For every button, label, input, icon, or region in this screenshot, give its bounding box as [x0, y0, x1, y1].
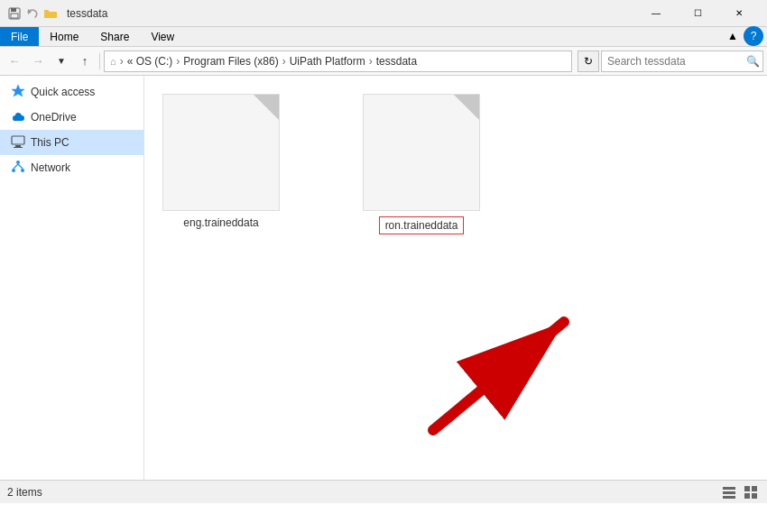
maximize-button[interactable]: ☐ [677, 0, 718, 27]
svg-line-12 [18, 164, 23, 169]
title-bar-controls: — ☐ ✕ [635, 0, 760, 27]
ribbon-expand-icon[interactable]: ▲ [725, 29, 740, 43]
svg-rect-19 [752, 486, 757, 491]
path-os[interactable]: « OS (C:) [127, 55, 173, 68]
sidebar-item-label: Quick access [31, 86, 95, 98]
sidebar-item-label: OneDrive [31, 111, 77, 124]
sidebar-item-network[interactable]: Network [0, 155, 143, 180]
file-label-eng: eng.traineddata [183, 216, 258, 229]
svg-rect-20 [744, 493, 750, 499]
undo-icon[interactable] [25, 6, 40, 21]
title-bar-icons [7, 6, 58, 21]
refresh-button[interactable]: ↻ [578, 50, 599, 72]
sidebar-item-label: This PC [31, 136, 69, 149]
title-bar: tessdata — ☐ ✕ [0, 0, 767, 27]
svg-rect-16 [723, 491, 735, 494]
ribbon-tabs: File Home Share View ▲ ? [0, 27, 767, 47]
folder-icon [43, 6, 58, 21]
sidebar: Quick access OneDrive This PC Network [0, 76, 144, 480]
svg-line-14 [433, 322, 564, 430]
onedrive-icon [11, 109, 25, 126]
svg-point-8 [16, 161, 20, 164]
svg-rect-15 [723, 487, 735, 490]
quick-access-icon [11, 84, 25, 101]
close-button[interactable]: ✕ [718, 0, 760, 27]
nav-home-icon: ⌂ [110, 56, 116, 67]
toolbar: ← → ▼ ↑ ⌂ › « OS (C:) › Program Files (x… [0, 47, 767, 76]
svg-rect-2 [11, 14, 18, 18]
svg-point-9 [12, 169, 15, 172]
back-button[interactable]: ← [4, 50, 25, 72]
help-button[interactable]: ? [744, 26, 763, 46]
sidebar-item-this-pc[interactable]: This PC [0, 130, 143, 155]
path-uipath[interactable]: UiPath Platform [290, 55, 365, 68]
tab-file[interactable]: File [0, 27, 39, 46]
forward-button[interactable]: → [27, 50, 49, 72]
details-view-button[interactable] [720, 483, 738, 501]
network-icon [11, 160, 25, 177]
path-programfiles[interactable]: Program Files (x86) [183, 55, 278, 68]
arrow-indicator [406, 281, 677, 444]
file-content: eng.traineddata ron.traineddata [144, 76, 767, 480]
separator [99, 53, 100, 69]
svg-marker-4 [12, 85, 24, 96]
status-bar: 2 items [0, 480, 767, 503]
large-icons-view-button[interactable] [742, 483, 760, 501]
svg-rect-21 [752, 493, 757, 499]
svg-rect-18 [744, 486, 750, 491]
save-icon[interactable] [7, 6, 22, 21]
svg-line-11 [14, 164, 18, 169]
svg-rect-7 [14, 147, 23, 148]
search-box[interactable]: 🔍 [601, 50, 763, 72]
svg-rect-1 [11, 8, 16, 12]
svg-rect-5 [12, 136, 24, 144]
path-tessdata[interactable]: tessdata [376, 55, 417, 68]
svg-point-10 [21, 169, 24, 172]
file-label-ron: ron.traineddata [379, 216, 465, 234]
recent-locations-button[interactable]: ▼ [51, 50, 72, 72]
window-title: tessdata [67, 7, 630, 20]
main-layout: Quick access OneDrive This PC Network [0, 76, 767, 480]
sidebar-item-quick-access[interactable]: Quick access [0, 79, 143, 105]
minimize-button[interactable]: — [635, 0, 677, 27]
sidebar-item-onedrive[interactable]: OneDrive [0, 105, 143, 130]
svg-rect-17 [723, 496, 735, 499]
file-eng[interactable]: eng.traineddata [159, 90, 283, 233]
file-icon-ron [363, 94, 480, 211]
tab-share[interactable]: Share [89, 27, 140, 46]
search-input[interactable] [607, 55, 743, 68]
sidebar-item-label: Network [31, 161, 70, 174]
tab-view[interactable]: View [140, 27, 185, 46]
search-icon: 🔍 [746, 55, 760, 68]
address-path: ⌂ › « OS (C:) › Program Files (x86) › Ui… [104, 50, 572, 72]
this-pc-icon [11, 134, 25, 151]
item-count: 2 items [7, 486, 42, 499]
svg-rect-6 [15, 145, 21, 147]
file-ron[interactable]: ron.traineddata [359, 90, 484, 238]
view-controls [720, 483, 760, 501]
up-button[interactable]: ↑ [74, 50, 96, 72]
file-icon-eng [162, 94, 280, 211]
tab-home[interactable]: Home [39, 27, 89, 46]
